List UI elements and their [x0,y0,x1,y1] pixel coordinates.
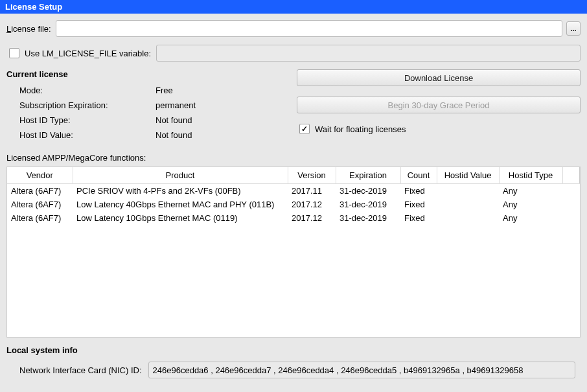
cell-version: 2017.12 [288,198,336,211]
nic-label: Network Interface Card (NIC) ID: [19,365,142,375]
table-header-row: Vendor Product Version Expiration Count … [7,167,580,184]
cell-hostid_value [437,198,499,211]
nic-value-input [148,362,575,378]
cell-hostid_value [437,211,499,225]
local-system-title: Local system info [6,345,581,355]
cell-version: 2017.11 [288,184,336,198]
license-file-label: License file: [6,24,56,34]
subscription-key: Subscription Expiration: [19,100,155,110]
cell-version: 2017.12 [288,211,336,225]
current-license-title: Current license [6,69,284,79]
cell-count: Fixed [400,211,437,225]
download-license-button[interactable]: Download License [297,69,581,86]
cell-hostid_value [437,184,499,198]
table-row[interactable]: Altera (6AF7)Low Latency 40Gbps Ethernet… [7,198,580,211]
col-expiration[interactable]: Expiration [336,167,400,184]
hostid-type-key: Host ID Type: [19,115,155,125]
cell-vendor: Altera (6AF7) [7,211,73,225]
cell-count: Fixed [400,198,437,211]
subscription-value: permanent [155,100,284,110]
use-lm-license-label: Use LM_LICENSE_FILE variable: [25,49,151,58]
cell-expiration: 31-dec-2019 [336,198,400,211]
cell-expiration: 31-dec-2019 [336,184,400,198]
cell-product: PCIe SRIOV with 4-PFs and 2K-VFs (00FB) [73,184,288,198]
col-vendor[interactable]: Vendor [7,167,73,184]
cell-hostid_type: Any [499,184,562,198]
use-lm-license-checkbox[interactable] [9,48,19,58]
hostid-value-value: Not found [155,130,284,140]
mode-value: Free [155,86,284,95]
functions-title: Licensed AMPP/MegaCore functions: [6,153,581,163]
browse-button[interactable]: ... [566,21,581,36]
cell-vendor: Altera (6AF7) [7,184,73,198]
table-row[interactable]: Altera (6AF7)PCIe SRIOV with 4-PFs and 2… [7,184,580,198]
col-count[interactable]: Count [400,167,437,184]
begin-grace-period-button[interactable]: Begin 30-day Grace Period [297,97,581,113]
col-product[interactable]: Product [73,167,288,184]
mode-key: Mode: [19,86,155,95]
col-hostid-value[interactable]: Hostid Value [437,167,499,184]
hostid-type-value: Not found [155,115,284,125]
license-file-input[interactable] [56,20,562,37]
cell-hostid_type: Any [499,211,562,225]
lm-license-value-input [156,45,581,62]
wait-floating-label: Wait for floating licenses [315,124,406,134]
window-title: License Setup [0,0,587,14]
functions-table: Vendor Product Version Expiration Count … [6,167,581,338]
hostid-value-key: Host ID Value: [19,130,155,140]
col-spare [562,167,580,184]
table-row[interactable]: Altera (6AF7)Low Latency 10Gbps Ethernet… [7,211,580,225]
cell-hostid_type: Any [499,198,562,211]
col-version[interactable]: Version [288,167,336,184]
cell-count: Fixed [400,184,437,198]
col-hostid-type[interactable]: Hostid Type [499,167,562,184]
cell-expiration: 31-dec-2019 [336,211,400,225]
cell-vendor: Altera (6AF7) [7,198,73,211]
cell-product: Low Latency 10Gbps Ethernet MAC (0119) [73,211,288,225]
cell-product: Low Latency 40Gbps Ethernet MAC and PHY … [73,198,288,211]
wait-floating-checkbox[interactable] [299,124,310,134]
